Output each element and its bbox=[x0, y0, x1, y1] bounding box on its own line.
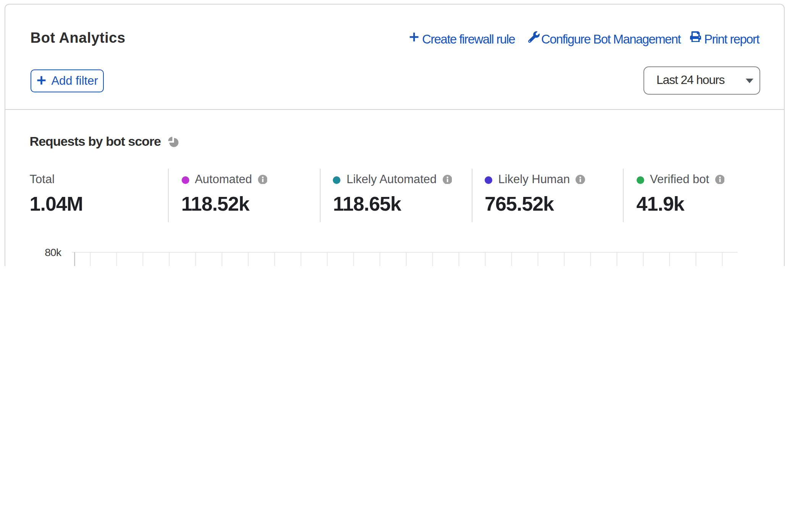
svg-text:80k: 80k bbox=[45, 247, 62, 258]
